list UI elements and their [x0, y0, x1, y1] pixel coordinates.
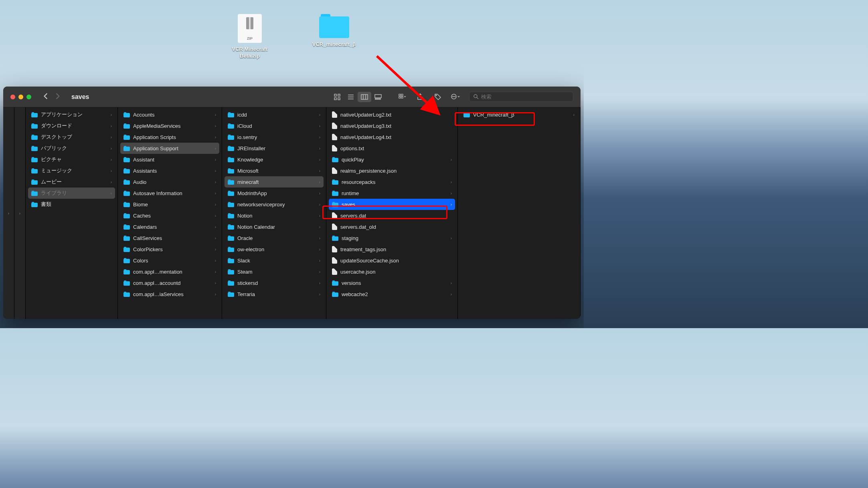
list-item[interactable]: Application Support› — [120, 143, 219, 154]
folder-icon — [228, 236, 234, 241]
list-item[interactable]: saves› — [329, 199, 455, 210]
column-2[interactable]: Accounts›AppleMediaServices›Application … — [118, 107, 222, 319]
action-button[interactable] — [449, 91, 462, 103]
list-item[interactable]: io.sentry› — [225, 131, 324, 143]
list-item[interactable]: 書類 — [28, 199, 115, 210]
list-item[interactable]: デスクトップ› — [28, 131, 115, 143]
list-item[interactable]: runtime› — [329, 188, 455, 199]
desktop-folder[interactable]: VCR_minecraft_β — [306, 14, 362, 60]
folder-icon — [123, 157, 130, 162]
list-item[interactable]: com.appl…mentation› — [120, 266, 219, 277]
list-item[interactable]: nativeUpdaterLog4.txt — [329, 131, 455, 143]
list-item[interactable]: Calendars› — [120, 221, 219, 232]
list-item[interactable]: ow-electron› — [225, 244, 324, 255]
gallery-view-button[interactable] — [371, 92, 385, 102]
list-item[interactable]: ColorPickers› — [120, 244, 219, 255]
item-label: com.appl…accountd — [133, 280, 181, 286]
list-item[interactable]: ダウンロード› — [28, 120, 115, 131]
list-item[interactable]: アプリケーション› — [28, 109, 115, 120]
list-item[interactable]: Application Scripts› — [120, 131, 219, 143]
list-item[interactable]: VCR_minecraft_β› — [460, 109, 578, 120]
list-item[interactable]: Notion Calendar› — [225, 221, 324, 232]
list-item[interactable]: webcache2› — [329, 288, 455, 300]
column-view-button[interactable] — [358, 92, 371, 102]
list-item[interactable]: Audio› — [120, 176, 219, 188]
list-item[interactable]: stickersd› — [225, 277, 324, 288]
forward-button[interactable] — [55, 93, 60, 101]
list-view-button[interactable] — [344, 92, 358, 102]
list-item[interactable]: Terraria› — [225, 288, 324, 300]
list-item[interactable]: networkserviceproxy› — [225, 199, 324, 210]
back-button[interactable] — [43, 93, 48, 101]
item-label: resourcepacks — [342, 179, 376, 185]
list-item[interactable]: minecraft› — [225, 176, 324, 188]
chevron-right-icon: › — [111, 169, 112, 173]
item-label: Colors — [133, 258, 148, 264]
item-label: 書類 — [41, 201, 51, 208]
list-item[interactable]: Accounts› — [120, 109, 219, 120]
list-item[interactable]: Microsoft› — [225, 165, 324, 176]
folder-icon — [332, 292, 338, 297]
search-box[interactable] — [469, 92, 573, 102]
share-button[interactable] — [414, 91, 427, 103]
list-item[interactable]: com.appl…accountd› — [120, 277, 219, 288]
folder-icon — [228, 135, 234, 140]
list-item[interactable]: quickPlay› — [329, 154, 455, 165]
list-item[interactable]: servers.dat_old — [329, 221, 455, 232]
list-item[interactable]: Assistant› — [120, 154, 219, 165]
minimize-button[interactable] — [18, 95, 23, 99]
list-item[interactable]: ピクチャ› — [28, 154, 115, 165]
folder-icon — [123, 258, 130, 263]
tags-button[interactable] — [431, 91, 444, 103]
list-item[interactable]: ムービー› — [28, 176, 115, 188]
list-item[interactable]: Biome› — [120, 199, 219, 210]
column-1[interactable]: アプリケーション›ダウンロード›デスクトップ›パブリック›ピクチャ›ミュージック… — [26, 107, 118, 319]
item-label: Notion Calendar — [237, 224, 275, 230]
list-item[interactable]: Autosave Information› — [120, 188, 219, 199]
list-item[interactable]: ModrinthApp› — [225, 188, 324, 199]
fullscreen-button[interactable] — [26, 95, 31, 99]
column-3[interactable]: icdd›iCloud›io.sentry›JREInstaller›Knowl… — [222, 107, 326, 319]
list-item[interactable]: options.txt — [329, 143, 455, 154]
list-item[interactable]: Knowledge› — [225, 154, 324, 165]
chevron-right-icon: › — [451, 191, 452, 196]
list-item[interactable]: com.appl…iaServices› — [120, 288, 219, 300]
list-item[interactable]: ミュージック› — [28, 165, 115, 176]
list-item[interactable]: realms_persistence.json — [329, 165, 455, 176]
list-item[interactable]: パブリック› — [28, 143, 115, 154]
list-item[interactable]: ライブラリ› — [28, 188, 115, 199]
list-item[interactable]: usercache.json — [329, 266, 455, 277]
list-item[interactable]: staging› — [329, 232, 455, 244]
list-item[interactable]: nativeUpdaterLog2.txt — [329, 109, 455, 120]
list-item[interactable]: nativeUpdaterLog3.txt — [329, 120, 455, 131]
list-item[interactable]: CallServices› — [120, 232, 219, 244]
column-4[interactable]: nativeUpdaterLog2.txtnativeUpdaterLog3.t… — [326, 107, 458, 319]
list-item[interactable]: JREInstaller› — [225, 143, 324, 154]
search-input[interactable] — [481, 94, 569, 100]
group-button[interactable] — [396, 91, 409, 103]
list-item[interactable]: Steam› — [225, 266, 324, 277]
collapsed-column[interactable]: › — [3, 107, 14, 319]
list-item[interactable]: Colors› — [120, 255, 219, 266]
svg-rect-16 — [399, 97, 401, 98]
list-item[interactable]: treatment_tags.json — [329, 244, 455, 255]
list-item[interactable]: Assistants› — [120, 165, 219, 176]
list-item[interactable]: servers.dat — [329, 210, 455, 221]
list-item[interactable]: Caches› — [120, 210, 219, 221]
list-item[interactable]: iCloud› — [225, 120, 324, 131]
column-5[interactable]: VCR_minecraft_β› — [458, 107, 581, 319]
list-item[interactable]: icdd› — [225, 109, 324, 120]
list-item[interactable]: Notion› — [225, 210, 324, 221]
item-label: Notion — [237, 213, 253, 219]
icon-view-button[interactable] — [330, 92, 344, 102]
file-icon — [332, 145, 337, 151]
list-item[interactable]: updateSourceCache.json — [329, 255, 455, 266]
list-item[interactable]: AppleMediaServices› — [120, 120, 219, 131]
list-item[interactable]: Slack› — [225, 255, 324, 266]
list-item[interactable]: versions› — [329, 277, 455, 288]
list-item[interactable]: resourcepacks› — [329, 176, 455, 188]
desktop-zip-file[interactable]: ZIP VCR Minecraft Beta.zip — [222, 14, 278, 60]
collapsed-column[interactable]: › — [14, 107, 26, 319]
close-button[interactable] — [10, 95, 15, 99]
list-item[interactable]: Oracle› — [225, 232, 324, 244]
